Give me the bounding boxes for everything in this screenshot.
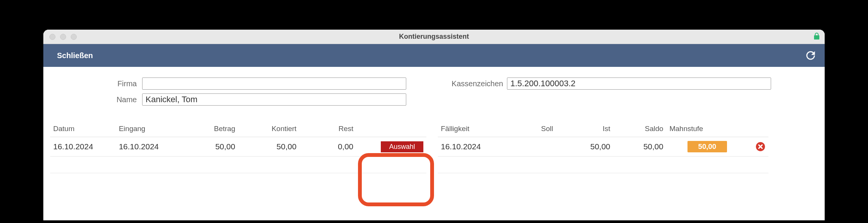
- cell-datum: 16.10.2024: [50, 137, 116, 157]
- name-label: Name: [51, 95, 138, 104]
- table-row-empty: [50, 157, 426, 173]
- traffic-minimize[interactable]: [60, 34, 66, 40]
- mahnstufe-badge: 50,00: [687, 141, 727, 152]
- window-title: Kontierungsassistent: [399, 33, 469, 41]
- cell-delete: [748, 137, 768, 157]
- table-row: 16.10.2024 16.10.2024 50,00 50,00 0,00 A…: [50, 137, 426, 157]
- titlebar: Kontierungsassistent: [43, 30, 825, 44]
- cell-ist: 50,00: [556, 137, 613, 157]
- close-button[interactable]: Schließen: [51, 48, 99, 63]
- cell-eingang: 16.10.2024: [116, 137, 182, 157]
- firma-input[interactable]: [142, 77, 406, 90]
- toolbar: Schließen: [43, 44, 825, 67]
- col-eingang: Eingang: [116, 121, 182, 137]
- name-input[interactable]: [142, 93, 406, 106]
- firma-label: Firma: [51, 79, 138, 88]
- auswahl-button[interactable]: Auswahl: [381, 141, 423, 152]
- cell-badge: 50,00: [666, 137, 748, 157]
- kassenzeichen-label: Kassenzeichen: [437, 79, 503, 88]
- col-betrag: Betrag: [181, 121, 238, 137]
- traffic-close[interactable]: [49, 34, 55, 40]
- col-saldo: Saldo: [613, 121, 667, 137]
- tables-area: Datum Eingang Betrag Kontiert Rest 16.10…: [43, 117, 825, 177]
- form-area: Firma Kassenzeichen Name: [43, 67, 825, 117]
- col-aktion-right: [748, 121, 768, 137]
- traffic-lights: [49, 34, 77, 40]
- refresh-icon[interactable]: [804, 49, 817, 62]
- traffic-zoom[interactable]: [71, 34, 77, 40]
- cell-rest: 0,00: [299, 137, 356, 157]
- col-kontiert: Kontiert: [238, 121, 299, 137]
- col-mahnstufe: Mahnstufe: [666, 121, 748, 137]
- col-ist: Ist: [556, 121, 613, 137]
- col-faelligkeit: Fälligkeit: [438, 121, 507, 137]
- cell-soll: [507, 137, 556, 157]
- right-table: Fälligkeit Soll Ist Saldo Mahnstufe 16.1…: [438, 121, 768, 173]
- cell-saldo: 50,00: [613, 137, 667, 157]
- col-datum: Datum: [50, 121, 116, 137]
- cell-betrag: 50,00: [181, 137, 238, 157]
- left-table: Datum Eingang Betrag Kontiert Rest 16.10…: [50, 121, 426, 173]
- table-row-empty: [438, 157, 768, 173]
- lock-icon: [813, 32, 820, 41]
- col-soll: Soll: [507, 121, 556, 137]
- window: Kontierungsassistent Schließen Firma Kas…: [43, 30, 825, 220]
- table-row: 16.10.2024 50,00 50,00 50,00: [438, 137, 768, 157]
- col-aktion-left: [356, 121, 426, 137]
- kassenzeichen-input[interactable]: [507, 77, 771, 90]
- delete-icon[interactable]: [756, 142, 765, 152]
- cell-kontiert: 50,00: [238, 137, 299, 157]
- col-rest: Rest: [299, 121, 356, 137]
- cell-auswahl: Auswahl: [356, 137, 426, 157]
- cell-faelligkeit: 16.10.2024: [438, 137, 507, 157]
